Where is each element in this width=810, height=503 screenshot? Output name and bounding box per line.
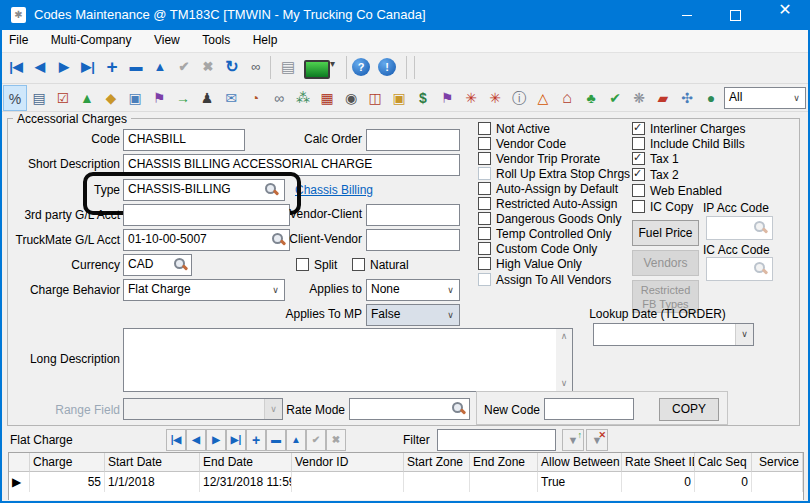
grid-header-start-date[interactable]: Start Date: [105, 453, 200, 472]
split-checkbox[interactable]: [296, 258, 309, 271]
type-field[interactable]: CHASSIS-BILLING: [123, 179, 285, 201]
last-record-icon[interactable]: ▶|: [76, 54, 100, 80]
applies-to-select[interactable]: None ∨: [366, 279, 460, 301]
long-description-field[interactable]: [123, 328, 573, 392]
code-field[interactable]: CHASBILL: [123, 129, 245, 151]
include-child-bills-checkbox[interactable]: [632, 137, 645, 150]
menu-help[interactable]: Help: [244, 30, 287, 52]
scroll-up-icon[interactable]: ∧: [556, 329, 572, 344]
grid-header-start-zone[interactable]: Start Zone: [404, 453, 470, 472]
atom-red-icon[interactable]: ✳: [459, 85, 483, 111]
rate-mode-lookup-icon[interactable]: [451, 401, 466, 416]
new-code-field[interactable]: [544, 398, 634, 420]
treasure-chest-icon[interactable]: ▣: [387, 85, 411, 111]
dangerous-goods-checkbox[interactable]: [478, 212, 491, 225]
grid-cancel-icon[interactable]: ✖: [326, 429, 346, 451]
import-card-icon[interactable]: →: [171, 85, 195, 111]
natural-checkbox[interactable]: [352, 258, 365, 271]
grid-header-service[interactable]: Service: [752, 453, 803, 472]
calendar-icon[interactable]: ▦: [315, 85, 339, 111]
copy-pages-icon[interactable]: ▣: [123, 85, 147, 111]
custom-code-checkbox[interactable]: [478, 242, 491, 255]
flag2-icon[interactable]: ⚑: [435, 85, 459, 111]
fuel-price-button[interactable]: Fuel Price: [632, 220, 699, 246]
currency-lookup-icon[interactable]: [173, 257, 188, 272]
menu-view[interactable]: View: [145, 30, 189, 52]
refresh-icon[interactable]: ↻: [220, 54, 244, 80]
high-value-checkbox[interactable]: [478, 257, 491, 270]
about-icon[interactable]: !: [378, 58, 396, 76]
grid-prior-icon[interactable]: ◀: [186, 429, 206, 451]
camera-icon[interactable]: ◉: [339, 85, 363, 111]
network-tree-icon[interactable]: ⁂: [291, 85, 315, 111]
maximize-button[interactable]: [712, 0, 758, 30]
menu-file[interactable]: File: [0, 30, 37, 52]
close-button[interactable]: ✕: [760, 0, 810, 30]
temp-controlled-checkbox[interactable]: [478, 227, 491, 240]
tree-icon[interactable]: ♣: [579, 85, 603, 111]
approve-check-icon[interactable]: ✔: [603, 85, 627, 111]
filter-clear-button[interactable]: ▼ ✕: [586, 429, 608, 451]
mail-icon[interactable]: ✉: [219, 85, 243, 111]
atom-red2-icon[interactable]: ✳: [483, 85, 507, 111]
short-description-field[interactable]: CHASSIS BILLING ACCESSORIAL CHARGE: [123, 154, 460, 176]
ic-copy-checkbox[interactable]: [632, 200, 645, 213]
currency-field[interactable]: CAD: [123, 254, 192, 276]
interliner-charges-checkbox[interactable]: [632, 122, 645, 135]
menu-tools[interactable]: Tools: [193, 30, 239, 52]
auto-assign-default-checkbox[interactable]: [478, 182, 491, 195]
grid-last-icon[interactable]: ▶|: [226, 429, 246, 451]
grid-header-end-zone[interactable]: End Zone: [470, 453, 538, 472]
grid-insert-icon[interactable]: +: [246, 429, 266, 451]
next-record-icon[interactable]: ▶: [52, 54, 76, 80]
dentures-icon[interactable]: ◫: [363, 85, 387, 111]
grid-header-charge[interactable]: Charge: [30, 453, 105, 472]
car-icon[interactable]: ▰: [651, 85, 675, 111]
prior-record-icon[interactable]: ◀: [28, 54, 52, 80]
applies-to-mp-select[interactable]: False ∨: [366, 304, 460, 326]
scope-select[interactable]: All ∨: [724, 87, 806, 109]
tax2-checkbox[interactable]: [632, 168, 645, 181]
grid-edit-icon[interactable]: ▲: [286, 429, 306, 451]
cancel-edit-icon[interactable]: ✖: [196, 54, 220, 80]
first-record-icon[interactable]: |◀: [4, 54, 28, 80]
invoice-icon[interactable]: $: [411, 85, 435, 111]
minimize-button[interactable]: [664, 0, 710, 30]
screen-dropdown-icon[interactable]: ▾: [330, 58, 335, 69]
vendor-client-field[interactable]: [366, 204, 460, 226]
gauge-icon[interactable]: ◔: [243, 85, 267, 111]
menu-multi-company[interactable]: Multi-Company: [42, 30, 141, 52]
rate-mode-field[interactable]: [349, 398, 470, 420]
range-field-select[interactable]: ∨: [123, 398, 283, 420]
propeller-icon[interactable]: ✣: [675, 85, 699, 111]
percent-icon[interactable]: %: [3, 85, 27, 111]
grid-post-icon[interactable]: ✔: [306, 429, 326, 451]
driver-icon[interactable]: ♟: [195, 85, 219, 111]
chart-icon[interactable]: ▲: [75, 85, 99, 111]
lookup-date-select[interactable]: ∨: [593, 323, 754, 346]
grid-header-rate-sheet-id[interactable]: Rate Sheet ID: [622, 453, 695, 472]
gears-icon[interactable]: ❋: [627, 85, 651, 111]
grid-header-calc-seq[interactable]: Calc Seq: [695, 453, 752, 472]
post-edit-icon[interactable]: ✔: [172, 54, 196, 80]
help-icon[interactable]: ?: [352, 58, 370, 76]
delete-record-icon[interactable]: ▬: [124, 54, 148, 80]
code-list-icon[interactable]: ▤: [27, 85, 51, 111]
binoculars-icon[interactable]: ∞: [244, 54, 268, 80]
vendor-trip-prorate-checkbox[interactable]: [478, 152, 491, 165]
filter-apply-button[interactable]: ▼ ↑: [562, 429, 584, 451]
gold-pack-icon[interactable]: ◆: [99, 85, 123, 111]
insert-record-icon[interactable]: +: [100, 54, 124, 80]
shapes-icon[interactable]: △: [531, 85, 555, 111]
type-link[interactable]: Chassis Billing: [295, 183, 373, 197]
grid-next-icon[interactable]: ▶: [206, 429, 226, 451]
home-icon[interactable]: ⌂: [555, 85, 579, 111]
flag-icon[interactable]: ⚑: [147, 85, 171, 111]
print-icon[interactable]: ▤: [276, 54, 300, 80]
not-active-checkbox[interactable]: [478, 122, 491, 135]
restricted-auto-assign-checkbox[interactable]: [478, 197, 491, 210]
calc-order-field[interactable]: [366, 129, 460, 151]
grid-header-vendor-id[interactable]: Vendor ID: [292, 453, 404, 472]
web-enabled-checkbox[interactable]: [632, 184, 645, 197]
grid-header-allow-between[interactable]: Allow Between: [538, 453, 622, 472]
